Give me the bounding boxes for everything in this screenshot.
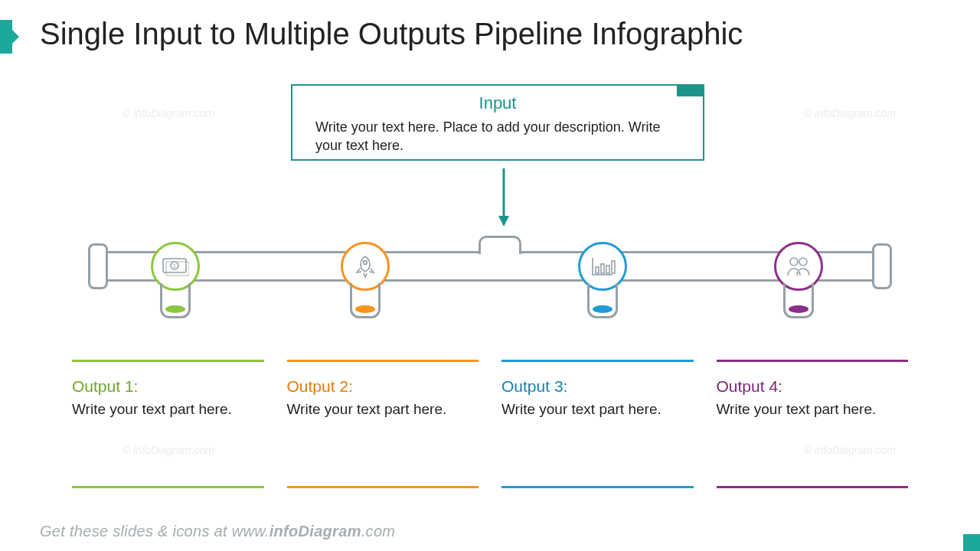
pipe-outlet-4 [783,283,814,318]
outputs-row: Output 1: Write your text part here. Out… [69,344,911,419]
footer-text-prefix: Get these slides & icons at www. [40,523,270,540]
slide-title: Single Input to Multiple Outputs Pipelin… [40,17,743,51]
accent-marker-left [0,20,12,54]
divider-top [72,360,264,362]
svg-point-12 [799,258,807,266]
input-box-accent [677,84,704,96]
pipe-cap-left [88,243,108,289]
input-box: Input Write your text here. Place to add… [291,84,704,161]
output-block-4: Output 4: Write your text part here. [714,344,912,419]
output-block-2: Output 2: Write your text part here. [284,344,482,419]
output-block-1: Output 1: Write your text part here. [69,344,267,419]
pipe-outlet-3 [587,283,618,318]
footer-brand: infoDiagram [270,523,361,540]
output-body: Write your text part here. [287,400,479,419]
svg-rect-8 [601,264,604,273]
svg-text:1: 1 [173,262,177,269]
output-title: Output 3: [501,377,694,396]
divider-bottom [717,486,909,488]
divider-top [287,360,479,362]
money-icon: 1 [162,256,189,277]
svg-point-11 [790,258,798,266]
svg-marker-1 [498,216,509,227]
input-body: Write your text here. Place to add your … [315,118,680,155]
watermark: © infoDiagram.com [804,107,896,119]
input-title: Input [315,93,680,113]
people-icon [785,254,812,279]
output-title: Output 1: [72,377,264,396]
watermark: © infoDiagram.com [122,444,214,456]
watermark: © infoDiagram.com [804,444,896,456]
bar-chart-icon [590,255,616,278]
pipe-cap-right [872,243,892,289]
svg-rect-7 [596,267,599,273]
output-block-3: Output 3: Write your text part here. [498,344,697,419]
divider-top [717,360,909,362]
arrow-down-icon [496,168,511,228]
svg-rect-9 [606,266,609,273]
pipe-rail [105,251,875,282]
output-title: Output 4: [717,377,909,396]
output-body: Write your text part here. [501,400,694,419]
svg-rect-10 [612,261,615,273]
divider-top [501,360,694,362]
rocket-icon [352,253,378,279]
pipe-outlet-1 [160,283,191,318]
accent-corner-br [963,534,980,551]
divider-bottom [287,486,479,488]
pipe-outlet-2 [350,283,381,318]
slide-canvas: Single Input to Multiple Outputs Pipelin… [0,0,980,551]
footer-text-suffix: .com [361,523,396,540]
divider-bottom [72,486,264,488]
output-body: Write your text part here. [72,400,264,419]
output-title: Output 2: [287,377,479,396]
pipe-inlet [479,236,521,254]
output-body: Write your text part here. [717,400,909,419]
watermark: © infoDiagram.com [122,107,214,119]
svg-point-6 [364,261,368,265]
footer-attribution: Get these slides & icons at www.infoDiag… [40,523,395,540]
divider-bottom [501,486,694,488]
pipeline: 1 [88,237,892,321]
